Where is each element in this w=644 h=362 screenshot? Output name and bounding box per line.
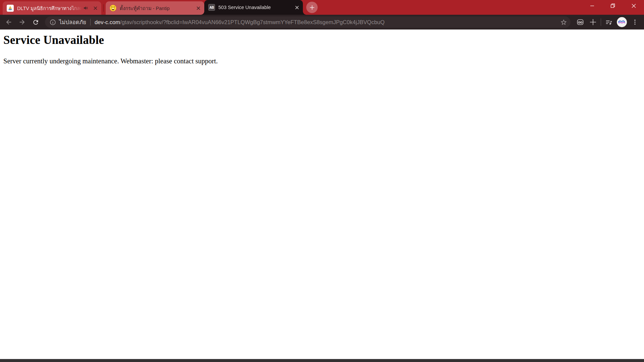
browser-window: DLTV มูลนิธิการศึกษาทางไกลผ่าน bbox=[0, 0, 644, 362]
restore-button[interactable] bbox=[602, 0, 623, 11]
page-content: Service Unavailable Server currently und… bbox=[0, 29, 644, 359]
forward-button[interactable] bbox=[15, 15, 29, 29]
close-tab-icon[interactable] bbox=[92, 5, 99, 11]
navigation-toolbar: ไม่ปลอดภัย dev-c.com/gtav/scripthookv/?f… bbox=[0, 15, 644, 29]
reload-button[interactable] bbox=[29, 15, 42, 29]
url-domain: dev-c.com bbox=[95, 19, 120, 25]
security-label: ไม่ปลอดภัย bbox=[59, 18, 86, 26]
close-window-button[interactable] bbox=[623, 0, 644, 11]
url-text: dev-c.com/gtav/scripthookv/?fbclid=IwAR0… bbox=[95, 19, 557, 25]
extension-plus-icon[interactable] bbox=[587, 16, 599, 28]
minimize-button[interactable] bbox=[582, 0, 602, 11]
error-heading: Service Unavailable bbox=[3, 34, 641, 47]
audio-playing-icon[interactable] bbox=[83, 5, 89, 11]
new-tab-button[interactable] bbox=[306, 2, 318, 13]
address-bar[interactable]: ไม่ปลอดภัย dev-c.com/gtav/scripthookv/?f… bbox=[45, 16, 571, 28]
not-secure-info-icon bbox=[50, 19, 56, 25]
omnibox-separator bbox=[90, 19, 91, 25]
pantip-emoji-icon bbox=[110, 5, 116, 11]
extension-adblock-icon[interactable] bbox=[574, 16, 587, 28]
url-path: /gtav/scripthookv/?fbclid=IwAR04vuAN66v2… bbox=[120, 19, 385, 25]
close-tab-icon[interactable] bbox=[195, 5, 202, 11]
error-message: Server currently undergoing maintenance.… bbox=[3, 57, 641, 65]
bookmark-star-icon[interactable] bbox=[560, 19, 567, 26]
site-security-chip[interactable]: ไม่ปลอดภัย bbox=[50, 18, 86, 26]
dltv-crest-icon bbox=[7, 5, 14, 12]
tab-title: 503 Service Unavailable bbox=[218, 5, 291, 10]
tab-title: DLTV มูลนิธิการศึกษาทางไกลผ่าน bbox=[17, 4, 82, 12]
tab-title: ตั้งกระทู้คำถาม - Pantip bbox=[120, 4, 193, 12]
tab-dltv[interactable]: DLTV มูลนิธิการศึกษาทางไกลผ่าน bbox=[3, 1, 101, 15]
window-controls bbox=[582, 0, 644, 15]
ab-badge-icon: AB bbox=[208, 4, 215, 11]
browser-menu-kebab-icon[interactable] bbox=[629, 16, 641, 28]
tab-pantip[interactable]: ตั้งกระทู้คำถาม - Pantip bbox=[106, 1, 204, 15]
back-button[interactable] bbox=[2, 15, 15, 29]
close-tab-icon[interactable] bbox=[293, 4, 300, 11]
profile-avatar[interactable] bbox=[617, 17, 627, 27]
tab-separator bbox=[103, 4, 104, 12]
tab-strip: DLTV มูลนิธิการศึกษาทางไกลผ่าน bbox=[0, 0, 644, 15]
toolbar-separator bbox=[601, 18, 601, 26]
tab-503-service-unavailable[interactable]: AB 503 Service Unavailable bbox=[204, 0, 303, 15]
media-controls-icon[interactable] bbox=[602, 16, 615, 28]
windows-taskbar-edge bbox=[0, 359, 644, 362]
